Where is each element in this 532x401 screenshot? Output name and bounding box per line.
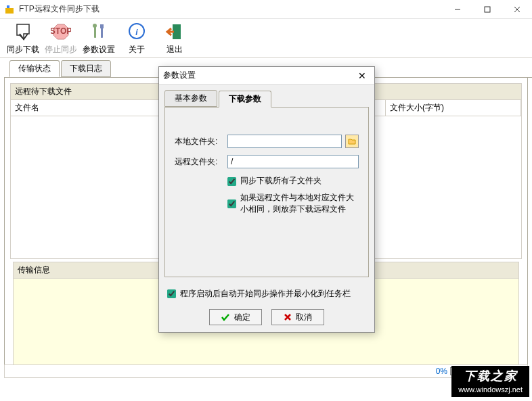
dialog-body: 本地文件夹: 远程文件夹: 同步下载所有子文件夹 如果远程文件与本地对应文件大小…: [164, 108, 369, 277]
settings-label: 参数设置: [83, 44, 115, 55]
stop-sync-label: 停止同步: [45, 44, 77, 55]
dialog-title: 参数设置: [163, 70, 354, 81]
sync-subfolders-label: 同步下载所有子文件夹: [240, 175, 322, 187]
stop-icon: STOP: [51, 21, 71, 43]
close-button[interactable]: [502, 0, 532, 19]
svg-point-9: [93, 24, 97, 28]
svg-rect-1: [7, 5, 9, 8]
tab-transfer-status[interactable]: 传输状态: [9, 60, 60, 77]
auto-start-label: 程序启动后自动开始同步操作并最小化到任务栏: [180, 288, 351, 300]
remote-folder-input[interactable]: [227, 155, 359, 168]
check-icon: [221, 313, 230, 321]
dialog-buttons: 确定 取消: [159, 305, 374, 332]
settings-dialog: 参数设置 ✕ 基本参数 下载参数 本地文件夹: 远程文件夹: 同步下载所有子文件…: [158, 66, 375, 333]
exit-button[interactable]: 退出: [156, 20, 194, 56]
window-title: FTP远程文件同步下载: [19, 3, 443, 15]
app-icon: [4, 4, 15, 15]
tools-icon: [89, 21, 109, 43]
tab-download-log[interactable]: 下载日志: [61, 60, 111, 77]
maximize-button[interactable]: [472, 0, 502, 19]
exit-icon: [164, 21, 185, 43]
exit-label: 退出: [167, 44, 183, 55]
svg-rect-3: [485, 7, 490, 12]
watermark-brand: 下载之家: [458, 369, 523, 384]
dialog-close-button[interactable]: ✕: [354, 70, 370, 81]
watermark: 下载之家 www.windowszj.net: [451, 366, 529, 397]
auto-start-checkbox[interactable]: [167, 289, 176, 298]
svg-rect-0: [5, 8, 14, 14]
status-bar: 0%: [4, 364, 528, 378]
dialog-title-bar[interactable]: 参数设置 ✕: [159, 67, 374, 85]
sync-download-icon: [13, 21, 33, 43]
info-icon: i: [127, 21, 147, 43]
folder-icon: [348, 138, 356, 145]
browse-folder-button[interactable]: [345, 135, 359, 148]
cancel-button[interactable]: 取消: [271, 309, 324, 325]
ok-button[interactable]: 确定: [209, 309, 262, 325]
settings-button[interactable]: 参数设置: [80, 20, 118, 56]
local-folder-input[interactable]: [227, 135, 342, 148]
col-filesize[interactable]: 文件大小(字节): [386, 100, 521, 116]
about-label: 关于: [129, 44, 145, 55]
progress-percent: 0%: [436, 367, 447, 376]
toolbar: 同步下载 STOP 停止同步 参数设置 i 关于 退出: [0, 19, 532, 58]
x-icon: [284, 313, 292, 321]
watermark-url: www.windowszj.net: [458, 385, 523, 394]
local-folder-label: 本地文件夹:: [175, 136, 223, 147]
skip-same-size-checkbox[interactable]: [227, 193, 236, 215]
sync-subfolders-checkbox[interactable]: [227, 176, 236, 187]
about-button[interactable]: i 关于: [118, 20, 156, 56]
skip-same-size-label: 如果远程文件与本地对应文件大小相同，则放弃下载远程文件: [240, 192, 359, 215]
remote-folder-label: 远程文件夹:: [175, 156, 223, 168]
sync-download-label: 同步下载: [7, 44, 39, 55]
tab-download-params[interactable]: 下载参数: [219, 91, 271, 108]
stop-sync-button: STOP 停止同步: [42, 20, 80, 56]
tab-basic-params[interactable]: 基本参数: [164, 90, 217, 107]
svg-text:STOP: STOP: [51, 26, 71, 36]
minimize-button[interactable]: [443, 0, 472, 19]
dialog-tabs: 基本参数 下载参数: [164, 90, 369, 108]
title-bar: FTP远程文件同步下载: [0, 0, 532, 19]
sync-download-button[interactable]: 同步下载: [4, 20, 42, 56]
